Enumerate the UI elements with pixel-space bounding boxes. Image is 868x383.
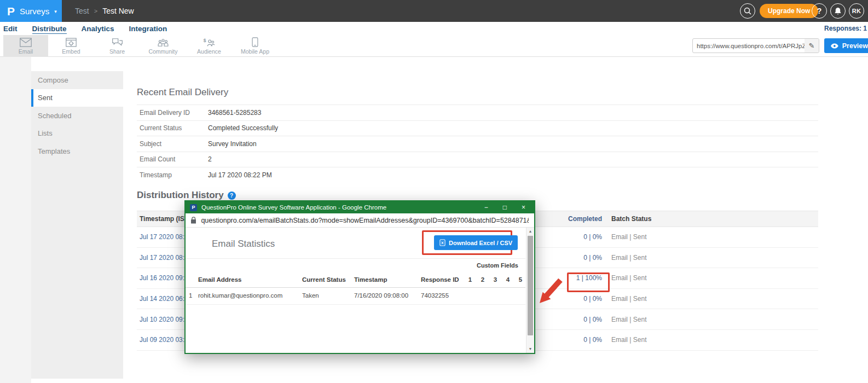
batch-status-value: Email | Sent	[602, 254, 684, 262]
download-excel-csv-button[interactable]: Download Excel / CSV	[434, 235, 518, 250]
row-label: Current Status	[137, 124, 208, 132]
row-value: Survey Invitation	[208, 140, 257, 148]
questionpro-logo-icon: P	[7, 5, 15, 17]
scrollbar-thumb[interactable]	[528, 236, 533, 335]
nav-tabs: EditDistributeAnalyticsIntegration	[3, 22, 167, 35]
batch-status-value: Email | Sent	[602, 295, 684, 303]
eye-icon	[831, 43, 838, 49]
survey-url-input[interactable]	[693, 43, 805, 49]
toolbar-item-label: Community	[148, 48, 177, 55]
avatar[interactable]: RK	[849, 3, 864, 19]
divider	[186, 258, 525, 259]
recent-delivery-table: Email Delivery ID 3468561-5285283 Curren…	[137, 105, 818, 183]
row-label: Email Count	[137, 155, 208, 163]
sidebar-item[interactable]: Compose	[31, 71, 123, 89]
toolbar-item-mobile-app[interactable]: Mobile App	[233, 35, 277, 57]
upgrade-now-button[interactable]: Upgrade Now	[760, 4, 818, 18]
popup-window-title: QuestionPro Online Survey Software Appli…	[201, 204, 480, 211]
column-header-custom-3: 3	[489, 276, 501, 283]
responses-counter[interactable]: Responses: 1	[824, 25, 867, 32]
row-label: Email Delivery ID	[137, 109, 208, 117]
svg-text:$: $	[204, 38, 206, 43]
popup-address-bar[interactable]: questionpro.com/a/emailBatchStats.do?mod…	[186, 213, 534, 228]
nav-tab-label: Edit	[3, 25, 18, 33]
highlight-box-completed	[567, 272, 610, 292]
row-status: Taken	[302, 292, 319, 299]
nav-tab-label: Integration	[129, 25, 167, 33]
help-button[interactable]: ?	[812, 3, 827, 19]
row-label: Subject	[137, 140, 208, 148]
community-icon	[157, 38, 169, 47]
column-header-custom-2: 2	[477, 276, 489, 283]
scroll-up-icon[interactable]: ▲	[526, 228, 534, 235]
email-statistics-heading: Email Statistics	[212, 239, 275, 249]
toolbar-item-email[interactable]: Email	[3, 35, 48, 57]
top-bar: P Surveys ▾ Test > Test New Upgrade Now …	[0, 0, 868, 22]
sidebar-item[interactable]: Lists	[31, 125, 123, 143]
nav-tab[interactable]: Edit	[3, 25, 18, 33]
table-row: Subject Survey Invitation	[137, 136, 818, 152]
nav-row: EditDistributeAnalyticsIntegration Respo…	[0, 22, 868, 35]
table-row: Timestamp Jul 17 2020 08:22 PM	[137, 167, 818, 183]
sidebar-item-label: Lists	[38, 129, 53, 137]
maximize-icon[interactable]: □	[503, 204, 507, 211]
batch-status-value: Email | Sent	[602, 316, 684, 323]
table-row: Email Delivery ID 3468561-5285283	[137, 105, 818, 120]
toolbar-item-share[interactable]: Share	[95, 35, 140, 57]
bell-icon	[834, 7, 842, 15]
breadcrumb-separator: >	[94, 8, 97, 14]
column-header-response-id: Response ID	[421, 276, 459, 283]
toolbar-item-embed[interactable]: Embed	[49, 35, 94, 57]
preview-label: Preview	[842, 42, 868, 50]
nav-tab[interactable]: Integration	[129, 25, 167, 33]
sidebar-item[interactable]: Sent	[31, 89, 123, 107]
email-sidebar: Compose Sent Scheduled Lists Templates	[31, 71, 123, 379]
nav-tab[interactable]: Analytics	[82, 25, 114, 33]
toolbar-item-label: Audience	[197, 48, 221, 55]
question-mark-icon: ?	[817, 7, 822, 15]
search-icon	[744, 7, 751, 15]
column-header-timestamp: Timestamp	[354, 276, 387, 283]
help-tooltip-icon[interactable]: ?	[228, 192, 236, 200]
row-timestamp: 7/16/2020 09:08:00	[354, 292, 408, 299]
sidebar-item[interactable]: Scheduled	[31, 107, 123, 125]
column-header-status: Current Status	[302, 276, 346, 283]
row-value: 2	[208, 155, 212, 163]
row-response-id: 74032255	[421, 292, 449, 299]
email-statistics-popup: P QuestionPro Online Survey Software App…	[184, 200, 535, 354]
mobile-app-icon	[252, 37, 258, 47]
sidebar-item[interactable]: Templates	[31, 142, 123, 160]
breadcrumb: Test > Test New	[75, 0, 134, 22]
left-gutter	[0, 57, 31, 383]
toolbar-item-audience[interactable]: $ Audience	[187, 35, 232, 57]
pencil-icon: ✎	[809, 42, 815, 50]
popup-scrollbar[interactable]: ▲ ▼	[526, 228, 534, 353]
table-row: Current Status Completed Successfully	[137, 120, 818, 136]
minimize-icon[interactable]: −	[484, 204, 488, 211]
surveys-menu[interactable]: P Surveys ▾	[0, 0, 62, 22]
toolbar-item-label: Mobile App	[241, 48, 269, 55]
scroll-down-icon[interactable]: ▼	[526, 345, 534, 353]
batch-status-value: Email | Sent	[602, 336, 684, 344]
distribution-history-title: Distribution History ?	[137, 190, 236, 201]
popup-title-bar[interactable]: P QuestionPro Online Survey Software App…	[186, 201, 534, 213]
popup-content: Email Statistics Download Excel / CSV Cu…	[186, 228, 534, 353]
sidebar-item-label: Scheduled	[38, 112, 71, 120]
nav-tab[interactable]: Distribute	[32, 25, 67, 33]
search-button[interactable]	[740, 3, 755, 19]
popup-table-header: Email Address Current Status Timestamp R…	[186, 272, 525, 288]
toolbar-item-community[interactable]: Community	[141, 35, 186, 57]
column-header-custom-5: 5	[514, 276, 526, 283]
share-icon	[112, 38, 123, 47]
row-index: 1	[189, 292, 192, 299]
notifications-button[interactable]	[830, 3, 846, 19]
window-controls: − □ ×	[484, 204, 530, 211]
breadcrumb-parent[interactable]: Test	[75, 7, 89, 15]
close-icon[interactable]: ×	[522, 204, 525, 211]
survey-url-field: ✎	[692, 38, 819, 53]
edit-url-button[interactable]: ✎	[805, 39, 819, 53]
batch-status-value: Email | Sent	[602, 274, 684, 282]
sidebar-item-label: Templates	[38, 147, 70, 155]
column-header-email: Email Address	[198, 276, 241, 283]
preview-button[interactable]: Preview	[824, 38, 868, 53]
